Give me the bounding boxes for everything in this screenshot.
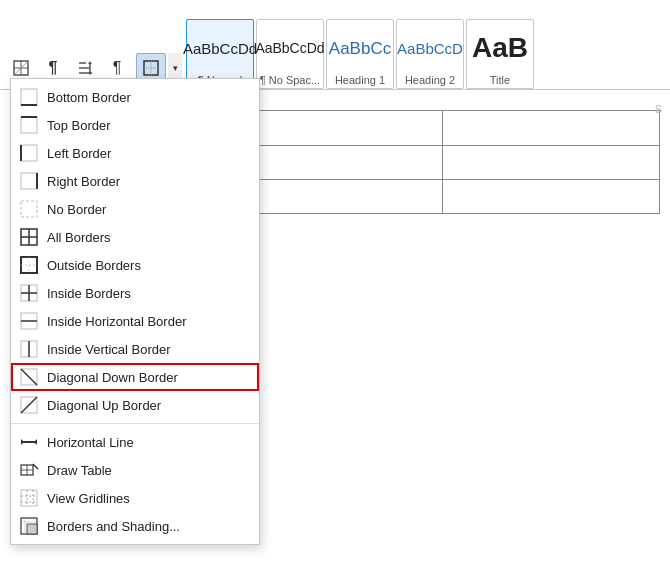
- menu-diagonal-down[interactable]: Diagonal Down Border: [11, 363, 259, 391]
- right-border-icon: [19, 171, 39, 191]
- menu-inside-vertical[interactable]: Inside Vertical Border: [11, 335, 259, 363]
- inside-horizontal-label: Inside Horizontal Border: [47, 314, 186, 329]
- menu-top-border[interactable]: Top Border: [11, 111, 259, 139]
- pilcrow2-icon: ¶: [113, 59, 122, 77]
- right-border-label: Right Border: [47, 174, 120, 189]
- svg-line-42: [33, 464, 38, 469]
- menu-left-border[interactable]: Left Border: [11, 139, 259, 167]
- bottom-border-icon: [19, 87, 39, 107]
- menu-no-border[interactable]: No Border: [11, 195, 259, 223]
- svg-line-37: [21, 397, 37, 413]
- bottom-border-label: Bottom Border: [47, 90, 131, 105]
- left-border-label: Left Border: [47, 146, 111, 161]
- menu-view-gridlines[interactable]: View Gridlines: [11, 484, 259, 512]
- draw-table-label: Draw Table: [47, 463, 112, 478]
- diagonal-down-icon: [19, 367, 39, 387]
- no-border-icon: [19, 199, 39, 219]
- top-border-label: Top Border: [47, 118, 111, 133]
- svg-rect-12: [21, 89, 37, 105]
- view-gridlines-icon: [19, 488, 39, 508]
- diagonal-down-label: Diagonal Down Border: [47, 370, 178, 385]
- style-heading1[interactable]: AaBbCc Heading 1: [326, 19, 394, 89]
- left-border-icon: [19, 143, 39, 163]
- inside-horizontal-icon: [19, 311, 39, 331]
- all-borders-label: All Borders: [47, 230, 111, 245]
- borders-shading-icon: [19, 516, 39, 536]
- menu-inside-borders[interactable]: Inside Borders: [11, 279, 259, 307]
- style-nospace-label: ¶ No Spac...: [260, 74, 320, 86]
- menu-bottom-border[interactable]: Bottom Border: [11, 83, 259, 111]
- svg-rect-51: [27, 524, 37, 534]
- svg-rect-18: [21, 173, 37, 189]
- all-borders-icon: [19, 227, 39, 247]
- menu-right-border[interactable]: Right Border: [11, 167, 259, 195]
- menu-separator-1: [11, 423, 259, 424]
- ribbon: ¶ ¶ ▾: [0, 0, 670, 90]
- show-hide-icon: [12, 59, 30, 77]
- borders-dropdown-menu: Bottom Border Top Border Left Border: [10, 78, 260, 545]
- top-border-icon: [19, 115, 39, 135]
- horizontal-line-label: Horizontal Line: [47, 435, 134, 450]
- diagonal-up-label: Diagonal Up Border: [47, 398, 161, 413]
- style-heading2[interactable]: AaBbCcD Heading 2: [396, 19, 464, 89]
- style-title-label: Title: [490, 74, 510, 86]
- style-nospace-preview: AaBbCcDd: [255, 24, 324, 72]
- outside-borders-label: Outside Borders: [47, 258, 141, 273]
- style-title[interactable]: AaB Title: [466, 19, 534, 89]
- style-h1-label: Heading 1: [335, 74, 385, 86]
- style-h2-label: Heading 2: [405, 74, 455, 86]
- style-title-preview: AaB: [472, 24, 528, 72]
- chevron-down-icon: ▾: [173, 63, 178, 73]
- style-h1-preview: AaBbCc: [329, 24, 391, 72]
- menu-draw-table[interactable]: Draw Table: [11, 456, 259, 484]
- style-h2-preview: AaBbCcD: [397, 24, 463, 72]
- inside-vertical-icon: [19, 339, 39, 359]
- borders-shading-label: Borders and Shading...: [47, 519, 180, 534]
- menu-horizontal-line[interactable]: Horizontal Line: [11, 428, 259, 456]
- inside-vertical-label: Inside Vertical Border: [47, 342, 171, 357]
- borders-icon: [142, 59, 160, 77]
- svg-rect-14: [21, 117, 37, 133]
- menu-all-borders[interactable]: All Borders: [11, 223, 259, 251]
- menu-diagonal-up[interactable]: Diagonal Up Border: [11, 391, 259, 419]
- style-normal-preview: AaBbCcDd: [183, 24, 257, 72]
- menu-borders-shading[interactable]: Borders and Shading...: [11, 512, 259, 540]
- svg-rect-20: [21, 201, 37, 217]
- view-gridlines-label: View Gridlines: [47, 491, 130, 506]
- svg-marker-39: [21, 439, 24, 445]
- diagonal-up-icon: [19, 395, 39, 415]
- inside-borders-label: Inside Borders: [47, 286, 131, 301]
- sort-icon: [76, 59, 94, 77]
- style-nospace[interactable]: AaBbCcDd ¶ No Spac...: [256, 19, 324, 89]
- outside-borders-icon: [19, 255, 39, 275]
- no-border-label: No Border: [47, 202, 106, 217]
- svg-rect-16: [21, 145, 37, 161]
- svg-rect-45: [21, 490, 37, 506]
- inside-borders-icon: [19, 283, 39, 303]
- pilcrow-icon: ¶: [49, 59, 58, 77]
- doc-letter: s: [655, 100, 662, 116]
- horizontal-line-icon: [19, 432, 39, 452]
- menu-inside-horizontal[interactable]: Inside Horizontal Border: [11, 307, 259, 335]
- svg-line-35: [21, 369, 37, 385]
- menu-outside-borders[interactable]: Outside Borders: [11, 251, 259, 279]
- draw-table-icon: [19, 460, 39, 480]
- svg-marker-40: [34, 439, 37, 445]
